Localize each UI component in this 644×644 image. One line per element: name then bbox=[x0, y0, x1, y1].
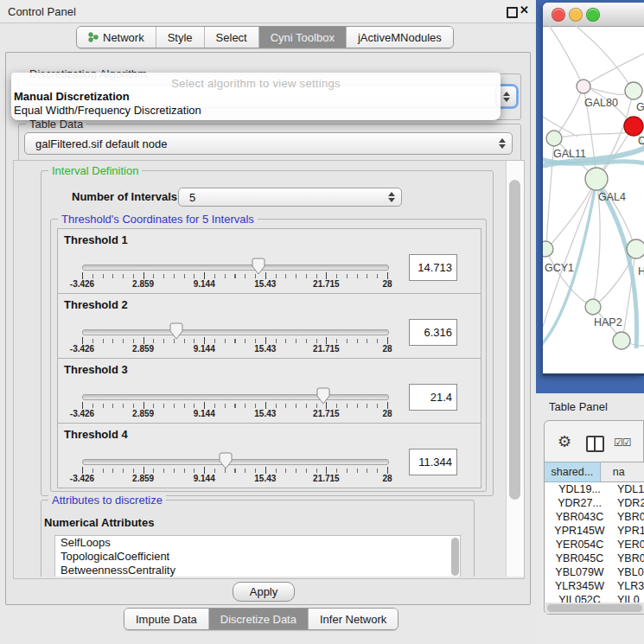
tab-discretize-data[interactable]: Discretize Data bbox=[209, 609, 309, 629]
table-row[interactable]: YLR345WYLR3 bbox=[545, 579, 644, 593]
attribute-item[interactable]: SelfLoops bbox=[55, 536, 460, 550]
attribute-item[interactable]: BetweennessCentrality bbox=[55, 564, 460, 577]
tick-label: -3.426 bbox=[58, 279, 106, 289]
number-of-intervals-combobox[interactable]: 5 bbox=[178, 188, 402, 207]
GAL11-node[interactable] bbox=[546, 131, 562, 146]
table-row[interactable]: YER054CYER0 bbox=[545, 538, 644, 552]
tab-label: Select bbox=[216, 31, 247, 44]
panel-title: Control Panel bbox=[8, 5, 76, 18]
slider-thumb[interactable] bbox=[219, 452, 233, 469]
GCY1-node[interactable] bbox=[543, 241, 553, 257]
tab-label: jActiveMNodules bbox=[358, 31, 442, 44]
table-panel-title: Table Panel bbox=[549, 400, 608, 413]
name-cell: YBL0 bbox=[614, 566, 644, 578]
horizontal-scrollbar[interactable] bbox=[545, 603, 644, 614]
top-right-node[interactable] bbox=[625, 82, 642, 99]
major-tick bbox=[326, 337, 327, 344]
slider-track[interactable] bbox=[82, 459, 389, 465]
threshold-value-input[interactable] bbox=[409, 254, 457, 281]
HAP2-node[interactable] bbox=[585, 299, 601, 315]
algorithm-option[interactable]: Equal Width/Frequency Discretization bbox=[11, 104, 501, 118]
attributes-list-scrollbar[interactable] bbox=[451, 538, 459, 576]
threshold-value-input[interactable] bbox=[409, 384, 457, 411]
threshold-label: Threshold 2 bbox=[64, 298, 128, 311]
table-row[interactable]: YBR043CYBR0 bbox=[545, 510, 644, 524]
slider-track[interactable] bbox=[82, 265, 389, 271]
major-tick bbox=[204, 402, 205, 409]
slider-track[interactable] bbox=[82, 329, 389, 335]
table-row[interactable]: YIL052CYIL0 bbox=[545, 593, 644, 603]
threshold-panel-3: Threshold 3-3.4262.8599.14415.4321.71528 bbox=[57, 358, 481, 424]
table-row[interactable]: YBL079WYBL0 bbox=[545, 565, 644, 579]
shared-name-cell: YBR043C bbox=[545, 511, 614, 523]
tick-label: 21.715 bbox=[302, 344, 350, 354]
close-icon[interactable]: ✕ bbox=[520, 3, 529, 16]
major-tick bbox=[82, 402, 83, 409]
attributes-group-title: Attributes to discretize bbox=[48, 494, 166, 507]
vertical-scrollbar-thumb[interactable] bbox=[509, 180, 520, 500]
numerical-attributes-list[interactable]: SelfLoopsTopologicalCoefficientBetweenne… bbox=[54, 535, 461, 577]
major-tick bbox=[387, 402, 388, 409]
minor-ticks bbox=[82, 339, 388, 343]
network-canvas[interactable]: GAL80GACGAL11GAL4GCY1HHAP2 bbox=[543, 26, 644, 371]
GAL4-node[interactable] bbox=[585, 168, 608, 190]
gear-icon[interactable]: ⚙ bbox=[558, 434, 571, 450]
GAL80-node[interactable] bbox=[577, 80, 590, 93]
float-window-icon[interactable] bbox=[507, 7, 518, 18]
table-row[interactable]: YDR27...YDR2 bbox=[545, 496, 644, 510]
minimize-light[interactable] bbox=[569, 8, 583, 22]
threshold-value-input[interactable] bbox=[409, 319, 457, 346]
threshold-label: Threshold 4 bbox=[64, 428, 128, 441]
column-header-name[interactable]: na bbox=[601, 462, 644, 482]
table-data-combobox[interactable]: galFiltered.sif default node bbox=[24, 132, 513, 155]
zoom-light[interactable] bbox=[586, 8, 600, 22]
tick-label: 15.43 bbox=[241, 409, 290, 418]
tab-network[interactable]: Network bbox=[77, 27, 156, 48]
algorithm-popup-hint: Select algorithm to view settings bbox=[11, 77, 501, 90]
close-light[interactable] bbox=[552, 8, 565, 22]
algorithm-dropdown-popup: Select algorithm to view settings Manual… bbox=[11, 73, 501, 120]
major-tick bbox=[265, 467, 266, 474]
tab-jactivemnodules[interactable]: jActiveMNodules bbox=[347, 27, 453, 48]
column-header-shared-name[interactable]: shared... bbox=[545, 462, 601, 482]
horizontal-scrollbar-thumb[interactable] bbox=[547, 604, 642, 612]
tick-label: 28 bbox=[363, 474, 411, 483]
slider-track[interactable] bbox=[82, 394, 389, 400]
tab-label: Discretize Data bbox=[220, 613, 296, 626]
tab-select[interactable]: Select bbox=[205, 27, 259, 48]
major-tick bbox=[326, 467, 327, 474]
selected-red-node[interactable] bbox=[624, 117, 643, 136]
shared-name-cell: YBL079W bbox=[545, 566, 614, 578]
checkbox-icons[interactable]: ☑☑ bbox=[614, 437, 631, 449]
shared-name-cell: YLR345W bbox=[545, 580, 614, 592]
vertical-scrollbar[interactable] bbox=[506, 161, 524, 577]
thresholds-group: Threshold's Coordinates for 5 Intervals … bbox=[50, 219, 487, 492]
bottom-partial-node[interactable] bbox=[613, 332, 630, 349]
name-cell: YDR2 bbox=[614, 497, 644, 509]
tab-label: Style bbox=[168, 31, 193, 44]
tab-infer-network[interactable]: Infer Network bbox=[309, 609, 398, 629]
node-label: H bbox=[638, 265, 644, 277]
table-row[interactable]: YDL19...YDL1 bbox=[545, 482, 644, 496]
attribute-item[interactable]: TopologicalCoefficient bbox=[55, 550, 460, 564]
network-graph: GAL80GACGAL11GAL4GCY1HHAP2 bbox=[543, 26, 644, 371]
tab-style[interactable]: Style bbox=[156, 27, 205, 48]
tab-impute-data[interactable]: Impute Data bbox=[124, 609, 209, 629]
shared-name-cell: YBR045C bbox=[545, 552, 614, 564]
slider-thumb[interactable] bbox=[169, 322, 183, 340]
major-tick bbox=[82, 272, 83, 279]
algorithm-option[interactable]: Manual Discretization bbox=[11, 90, 501, 104]
slider-thumb[interactable] bbox=[252, 258, 265, 275]
network-desktop: GAL80GACGAL11GAL4GCY1HHAP2 Table Panel ⚙… bbox=[536, 0, 644, 644]
tab-label: Cyni Toolbox bbox=[271, 31, 335, 44]
split-columns-icon[interactable] bbox=[586, 436, 604, 452]
slider-thumb[interactable] bbox=[316, 387, 330, 405]
table-row[interactable]: YBR045CYBR0 bbox=[545, 552, 644, 565]
table-row[interactable]: YPR145WYPR1 bbox=[545, 524, 644, 538]
table-header-row: shared... na bbox=[545, 462, 644, 482]
tick-label: 2.859 bbox=[119, 344, 168, 354]
threshold-value-input[interactable] bbox=[409, 449, 457, 475]
apply-button[interactable]: Apply bbox=[233, 582, 295, 602]
right-mid-node[interactable] bbox=[627, 239, 644, 258]
tab-cyni-toolbox[interactable]: Cyni Toolbox bbox=[259, 27, 347, 48]
